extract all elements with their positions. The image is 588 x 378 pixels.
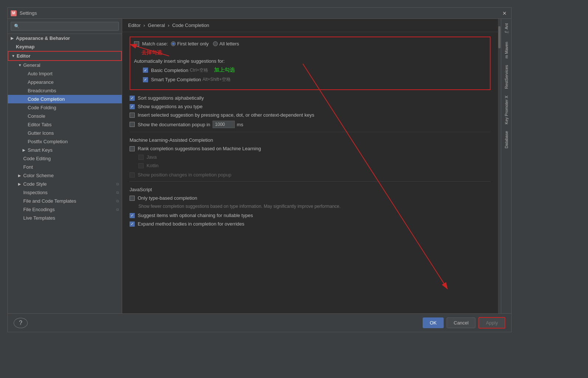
right-panel-rest[interactable]: RestServices <box>503 62 510 92</box>
suggest-optional-checkbox[interactable] <box>130 213 135 218</box>
sort-alpha-checkbox[interactable] <box>130 96 135 101</box>
show-doc-popup-row: Show the documentation popup in ms <box>130 121 491 128</box>
ml-rank-row: Rank completion suggestions based on Mac… <box>130 146 491 151</box>
right-panel-maven[interactable]: m Maven <box>503 39 510 61</box>
first-letter-radio[interactable] <box>171 41 176 46</box>
annotation-add: 加上勾选 <box>214 67 235 73</box>
sidebar-item-editor[interactable]: ▼ Editor <box>8 51 122 61</box>
ok-button[interactable]: OK <box>423 317 444 328</box>
sidebar-item-keymap[interactable]: Keymap <box>8 42 122 51</box>
sidebar-item-code-editing[interactable]: Code Editing <box>8 154 122 163</box>
sidebar: ▶ Appearance & Behavior Keymap ▼ Editor … <box>8 19 122 313</box>
auto-insert-row: Automatically insert single suggestions … <box>134 58 486 64</box>
sidebar-item-file-encodings[interactable]: File Encodings ⧉ <box>8 205 122 214</box>
js-type-based-label: Only type-based completion <box>138 195 197 201</box>
insert-selected-checkbox[interactable] <box>130 113 135 118</box>
cancel-button[interactable]: Cancel <box>447 317 475 328</box>
doc-popup-unit: ms <box>237 122 243 127</box>
all-letters-option[interactable]: All letters <box>213 41 239 47</box>
match-case-radio-group: First letter only All letters <box>171 41 239 47</box>
search-box <box>8 19 122 34</box>
sidebar-item-appearance[interactable]: Appearance <box>8 78 122 86</box>
ml-java-label: Java <box>147 154 157 160</box>
js-type-based-desc: Show fewer completion suggestions based … <box>138 204 341 209</box>
right-panel-key-promoter[interactable]: Key Promoter X <box>503 93 510 127</box>
sidebar-item-breadcrumbs[interactable]: Breadcrumbs <box>8 86 122 95</box>
copy-icon: ⧉ <box>116 199 119 203</box>
doc-popup-ms-input[interactable] <box>213 121 235 128</box>
ml-java-row: Java <box>138 154 491 160</box>
smart-type-row: Smart Type Completion Alt+Shift+空格 <box>143 76 486 83</box>
sidebar-item-auto-import[interactable]: Auto Import <box>8 69 122 78</box>
apply-button[interactable]: Apply <box>478 317 505 329</box>
smart-type-shortcut: Alt+Shift+空格 <box>203 76 231 83</box>
right-panel-database[interactable]: Database <box>503 128 510 151</box>
sidebar-item-color-scheme[interactable]: ▶ Color Scheme <box>8 171 122 180</box>
basic-completion-shortcut: Ctrl+空格 <box>190 67 208 73</box>
show-doc-popup-checkbox[interactable] <box>130 122 135 127</box>
show-doc-popup-label: Show the documentation popup in <box>138 122 210 127</box>
ml-java-checkbox[interactable] <box>138 155 144 160</box>
match-case-row: Match case: First letter only All letter… <box>134 41 486 47</box>
bottom-right: OK Cancel Apply <box>423 317 505 329</box>
sidebar-item-appearance-behavior[interactable]: ▶ Appearance & Behavior <box>8 34 122 42</box>
suggest-optional-row: Suggest items with optional chaining for… <box>130 213 491 218</box>
right-panel-ant[interactable]: 🐜 Ant <box>502 20 510 38</box>
search-input[interactable] <box>11 22 119 31</box>
window-title: Settings <box>20 10 501 16</box>
js-type-based-checkbox[interactable] <box>130 196 135 201</box>
expand-arrow: ▼ <box>11 54 15 58</box>
show-as-type-checkbox[interactable] <box>130 104 135 109</box>
main-content: Editor › General › Code Completion Match… <box>122 19 498 313</box>
auto-insert-label: Automatically insert single suggestions … <box>134 58 225 64</box>
settings-content: Match case: First letter only All letter… <box>122 32 498 313</box>
ml-rank-checkbox[interactable] <box>130 146 135 151</box>
breadcrumb: Editor › General › Code Completion <box>122 19 498 32</box>
sidebar-item-console[interactable]: Console <box>8 112 122 120</box>
close-button[interactable]: ✕ <box>501 10 508 17</box>
sidebar-item-file-code-templates[interactable]: File and Code Templates ⧉ <box>8 197 122 205</box>
copy-icon: ⧉ <box>116 182 119 186</box>
divider2 <box>130 181 491 182</box>
expand-arrow: ▶ <box>11 36 14 40</box>
first-letter-option[interactable]: First letter only <box>171 41 209 47</box>
js-section-title: JavaScript <box>130 187 491 192</box>
scrollbar[interactable] <box>498 19 501 313</box>
sidebar-item-font[interactable]: Font <box>8 163 122 171</box>
expand-method-row: Expand method bodies in completion for o… <box>130 221 491 227</box>
sidebar-item-editor-tabs[interactable]: Editor Tabs <box>8 120 122 129</box>
basic-completion-checkbox[interactable] <box>143 68 148 73</box>
ml-kotlin-label: Kotlin <box>147 163 159 168</box>
match-case-checkbox[interactable] <box>134 41 139 47</box>
js-type-based-desc-row: Show fewer completion suggestions based … <box>138 204 491 209</box>
sidebar-item-inspections[interactable]: Inspections ⧉ <box>8 188 122 197</box>
sidebar-item-smart-keys[interactable]: ▶ Smart Keys <box>8 146 122 154</box>
annotation-remove: 去掉勾选 <box>141 49 162 55</box>
ml-section-title: Machine Learning-Assisted Completion <box>130 137 491 143</box>
sidebar-item-code-folding[interactable]: Code Folding <box>8 103 122 112</box>
expand-arrow: ▼ <box>18 63 22 67</box>
help-button[interactable]: ? <box>14 318 28 328</box>
divider <box>130 132 491 132</box>
sidebar-item-general[interactable]: ▼ General <box>8 61 122 69</box>
sidebar-item-code-style[interactable]: ▶ Code Style ⧉ <box>8 180 122 188</box>
ml-position-checkbox[interactable] <box>130 172 135 178</box>
insert-selected-row: Insert selected suggestion by pressing s… <box>130 112 491 118</box>
scroll-thumb[interactable] <box>498 26 501 48</box>
expand-method-label: Expand method bodies in completion for o… <box>138 221 244 227</box>
annotation-box: Match case: First letter only All letter… <box>130 37 491 90</box>
match-case-label: Match case: <box>142 41 168 47</box>
show-as-type-row: Show suggestions as you type <box>130 104 491 109</box>
smart-type-checkbox[interactable] <box>143 77 148 82</box>
ml-kotlin-checkbox[interactable] <box>138 163 144 168</box>
sidebar-item-code-completion[interactable]: Code Completion <box>8 95 122 103</box>
app-icon: M <box>11 10 17 16</box>
expand-method-checkbox[interactable] <box>130 221 135 227</box>
sidebar-item-live-templates[interactable]: Live Templates <box>8 214 122 222</box>
js-type-based-row: Only type-based completion <box>130 195 491 201</box>
insert-selected-label: Insert selected suggestion by pressing s… <box>138 112 314 118</box>
sidebar-item-postfix-completion[interactable]: Postfix Completion <box>8 137 122 146</box>
sidebar-item-gutter-icons[interactable]: Gutter Icons <box>8 129 122 137</box>
sort-alpha-label: Sort suggestions alphabetically <box>138 95 204 101</box>
all-letters-radio[interactable] <box>213 41 218 46</box>
